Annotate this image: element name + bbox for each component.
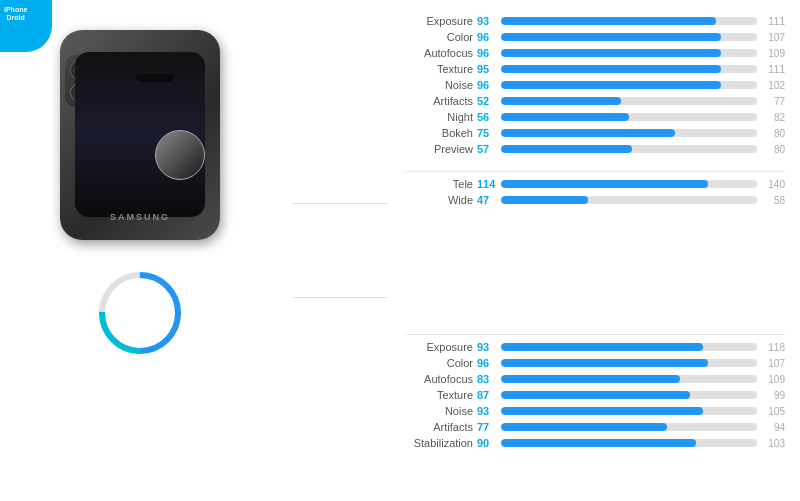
bar-container <box>501 391 757 399</box>
metric-value: 93 <box>477 341 501 353</box>
bar-max: 140 <box>757 179 785 190</box>
metric-value: 52 <box>477 95 501 107</box>
metric-label: Texture <box>405 63 477 75</box>
dxo-container <box>95 268 185 360</box>
metric-label: Artifacts <box>405 95 477 107</box>
bar-max: 103 <box>757 438 785 449</box>
bar-fill <box>501 81 721 89</box>
logo-badge: iPhone Droid <box>0 0 52 52</box>
bar-max: 107 <box>757 358 785 369</box>
bar-fill <box>501 97 621 105</box>
phone-body: SAMSUNG <box>60 30 220 240</box>
bar-max: 109 <box>757 374 785 385</box>
bar-container <box>501 407 757 415</box>
bar-max: 118 <box>757 342 785 353</box>
right-panel: Exposure 93 111 Color 96 107 Autofocus 9… <box>400 0 800 501</box>
metric-label: Texture <box>405 389 477 401</box>
photo-section <box>280 20 400 203</box>
metric-value: 90 <box>477 437 501 449</box>
metric-row: Noise 93 105 <box>405 405 785 417</box>
metric-row: Color 96 107 <box>405 357 785 369</box>
metric-label: Stabilization <box>405 437 477 449</box>
metric-row: Texture 87 99 <box>405 389 785 401</box>
zoom-metrics-group: Tele 114 140 Wide 47 58 <box>405 178 785 328</box>
metric-label: Exposure <box>405 15 477 27</box>
metric-label: Autofocus <box>405 373 477 385</box>
video-metrics-group: Exposure 93 118 Color 96 107 Autofocus 8… <box>405 341 785 491</box>
metric-value: 93 <box>477 15 501 27</box>
left-panel: iPhone Droid <box>0 0 280 501</box>
metric-label: Bokeh <box>405 127 477 139</box>
bar-fill <box>501 359 708 367</box>
bar-max: 77 <box>757 96 785 107</box>
bar-container <box>501 359 757 367</box>
bar-fill <box>501 65 721 73</box>
bar-max: 102 <box>757 80 785 91</box>
bar-max: 111 <box>757 16 785 27</box>
metric-row: Color 96 107 <box>405 31 785 43</box>
metric-row: Noise 96 102 <box>405 79 785 91</box>
metric-value: 75 <box>477 127 501 139</box>
bar-fill <box>501 343 703 351</box>
bar-max: 111 <box>757 64 785 75</box>
bar-container <box>501 81 757 89</box>
metric-value: 56 <box>477 111 501 123</box>
metric-label: Color <box>405 31 477 43</box>
metric-row: Exposure 93 111 <box>405 15 785 27</box>
bar-container <box>501 439 757 447</box>
metric-label: Exposure <box>405 341 477 353</box>
bar-fill <box>501 375 680 383</box>
metric-value: 47 <box>477 194 501 206</box>
camera-circle <box>155 130 205 180</box>
metric-value: 87 <box>477 389 501 401</box>
dxo-ring <box>95 268 185 358</box>
bar-container <box>501 129 757 137</box>
metric-label: Color <box>405 357 477 369</box>
bar-container <box>501 49 757 57</box>
bar-max: 99 <box>757 390 785 401</box>
metric-value: 96 <box>477 79 501 91</box>
bar-fill <box>501 145 632 153</box>
metric-row: Night 56 82 <box>405 111 785 123</box>
logo-text: iPhone <box>4 6 27 14</box>
metric-row: Texture 95 111 <box>405 63 785 75</box>
metric-row: Bokeh 75 80 <box>405 127 785 139</box>
metric-label: Autofocus <box>405 47 477 59</box>
bar-fill <box>501 129 675 137</box>
bar-max: 80 <box>757 144 785 155</box>
bar-container <box>501 196 757 204</box>
bar-container <box>501 145 757 153</box>
logo-text2: Droid <box>4 14 27 22</box>
bar-fill <box>501 17 716 25</box>
metric-label: Preview <box>405 143 477 155</box>
bar-max: 82 <box>757 112 785 123</box>
bar-max: 58 <box>757 195 785 206</box>
metric-value: 96 <box>477 47 501 59</box>
metric-row: Wide 47 58 <box>405 194 785 206</box>
bar-fill <box>501 49 721 57</box>
bar-container <box>501 375 757 383</box>
bar-max: 109 <box>757 48 785 59</box>
phone-image: SAMSUNG <box>40 20 240 250</box>
metric-row: Artifacts 77 94 <box>405 421 785 433</box>
metric-value: 96 <box>477 357 501 369</box>
metric-value: 114 <box>477 178 501 190</box>
bar-fill <box>501 391 690 399</box>
metric-row: Tele 114 140 <box>405 178 785 190</box>
metric-value: 77 <box>477 421 501 433</box>
metric-value: 95 <box>477 63 501 75</box>
bar-container <box>501 423 757 431</box>
bar-container <box>501 33 757 41</box>
metric-row: Autofocus 96 109 <box>405 47 785 59</box>
center-panel <box>280 0 400 501</box>
bar-container <box>501 17 757 25</box>
metric-label: Wide <box>405 194 477 206</box>
metric-label: Artifacts <box>405 421 477 433</box>
bar-fill <box>501 180 708 188</box>
metric-label: Noise <box>405 79 477 91</box>
zoom-section <box>280 204 400 298</box>
bar-container <box>501 97 757 105</box>
samsung-text: SAMSUNG <box>110 212 170 222</box>
metric-row: Autofocus 83 109 <box>405 373 785 385</box>
bar-max: 80 <box>757 128 785 139</box>
